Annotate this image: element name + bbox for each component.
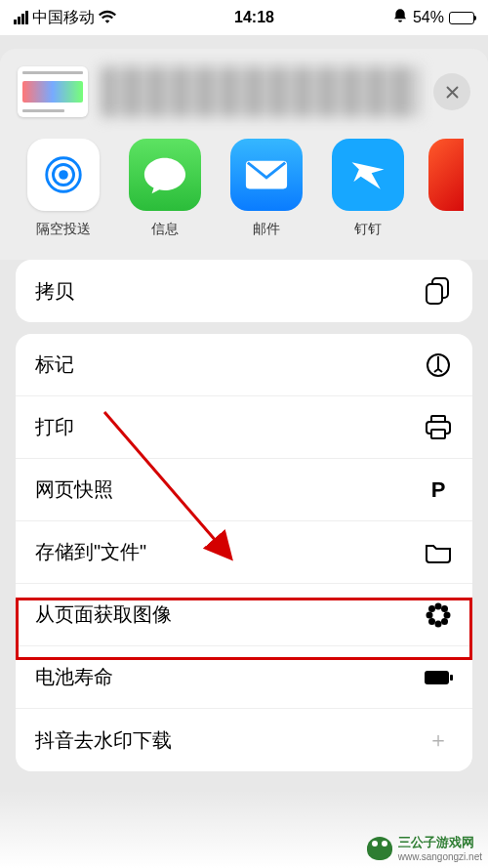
- share-app-label: 信息: [151, 221, 179, 238]
- share-app-label: 隔空投送: [36, 221, 91, 238]
- watermark-brand: 三公子游戏网: [398, 834, 482, 851]
- print-icon: [424, 415, 453, 440]
- share-app-label: 邮件: [253, 221, 280, 238]
- messages-icon: [129, 139, 201, 211]
- watermark: 三公子游戏网 www.sangongzi.net: [367, 834, 482, 862]
- action-label: 网页快照: [35, 476, 113, 503]
- actions-group-1: 拷贝: [16, 260, 472, 322]
- share-app-label: 钉钉: [354, 221, 382, 238]
- svg-rect-5: [427, 284, 442, 304]
- status-right: 54%: [392, 8, 474, 27]
- action-get-images[interactable]: 从页面获取图像: [16, 584, 472, 646]
- svg-point-12: [427, 611, 433, 618]
- svg-point-15: [441, 605, 448, 612]
- alarm-icon: [392, 8, 408, 27]
- action-label: 电池寿命: [35, 664, 113, 690]
- actions-group-2: 标记 打印 网页快照 P 存储到"文件" 从页面获取图像 电池寿命 抖音去水印下…: [16, 334, 472, 771]
- action-douyin-download[interactable]: 抖音去水印下载 ＋: [16, 709, 472, 771]
- share-app-dingtalk[interactable]: 钉钉: [332, 139, 404, 238]
- action-label: 拷贝: [35, 278, 74, 305]
- status-left: 中国移动: [14, 8, 116, 28]
- battery-icon: [424, 670, 453, 685]
- markup-icon: [424, 352, 453, 378]
- signal-icon: [14, 11, 28, 24]
- svg-rect-20: [450, 675, 453, 681]
- watermark-logo: [367, 837, 392, 860]
- share-apps-row[interactable]: 隔空投送 信息 邮件 钉钉: [0, 139, 488, 260]
- action-label: 抖音去水印下载: [35, 727, 172, 754]
- svg-rect-19: [425, 671, 449, 684]
- action-print[interactable]: 打印: [16, 396, 472, 459]
- action-battery-life[interactable]: 电池寿命: [16, 646, 472, 709]
- watermark-url: www.sangongzi.net: [398, 851, 482, 862]
- svg-point-10: [435, 602, 442, 609]
- dingtalk-icon: [332, 139, 404, 211]
- battery-pct: 54%: [413, 9, 444, 26]
- svg-rect-9: [431, 430, 445, 438]
- clock: 14:18: [234, 9, 274, 26]
- close-icon: [445, 85, 460, 100]
- svg-point-11: [435, 620, 442, 627]
- close-button[interactable]: [433, 73, 470, 110]
- share-app-more[interactable]: [433, 139, 459, 238]
- pocket-icon: P: [424, 477, 453, 503]
- wifi-icon: [99, 10, 116, 26]
- action-label: 打印: [35, 414, 74, 440]
- share-app-airdrop[interactable]: 隔空投送: [27, 139, 100, 238]
- status-bar: 中国移动 14:18 54%: [0, 0, 488, 35]
- copy-icon: [424, 277, 453, 305]
- action-copy[interactable]: 拷贝: [16, 260, 472, 322]
- document-thumbnail[interactable]: [18, 66, 88, 117]
- share-app-messages[interactable]: 信息: [129, 139, 201, 238]
- svg-point-17: [441, 618, 448, 625]
- svg-point-18: [435, 612, 441, 618]
- document-title-blurred: [102, 66, 420, 117]
- mail-icon: [230, 139, 303, 211]
- svg-point-14: [428, 605, 435, 612]
- more-app-icon: [428, 139, 464, 211]
- svg-point-0: [59, 170, 68, 180]
- carrier: 中国移动: [32, 8, 95, 28]
- action-web-snapshot[interactable]: 网页快照 P: [16, 459, 472, 521]
- action-label: 存储到"文件": [35, 539, 146, 565]
- svg-point-13: [444, 611, 451, 618]
- plus-icon: ＋: [424, 725, 453, 755]
- action-label: 标记: [35, 351, 74, 378]
- battery-icon: [449, 12, 474, 24]
- svg-point-16: [428, 618, 435, 625]
- airdrop-icon: [27, 139, 100, 211]
- share-app-mail[interactable]: 邮件: [230, 139, 303, 238]
- folder-icon: [424, 542, 453, 563]
- action-markup[interactable]: 标记: [16, 334, 472, 396]
- share-sheet-header: [0, 49, 488, 139]
- flower-icon: [424, 602, 453, 628]
- action-label: 从页面获取图像: [35, 601, 172, 628]
- action-save-to-files[interactable]: 存储到"文件": [16, 521, 472, 584]
